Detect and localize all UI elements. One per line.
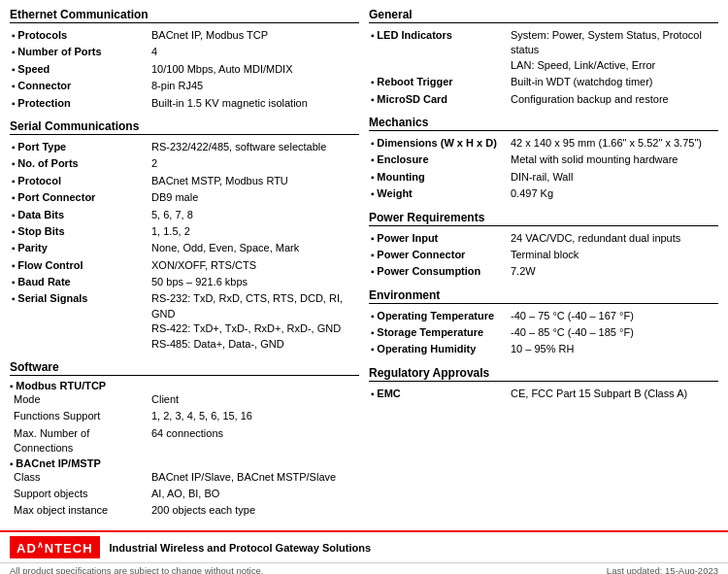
spec-value: Built-in 1.5 KV magnetic isolation (149, 95, 359, 112)
spec-label: Port Type (10, 139, 149, 155)
spec-label: LED Indicators (369, 27, 509, 74)
spec-label: Operating Humidity (369, 341, 509, 357)
spec-value: -40 – 85 °C (-40 – 185 °F) (509, 324, 718, 341)
table-row: No. of Ports2 (10, 155, 359, 172)
spec-value: CE, FCC Part 15 Subpart B (Class A) (509, 386, 718, 402)
table-row: Storage Temperature-40 – 85 °C (-40 – 18… (369, 324, 718, 341)
table-row: ProtocolBACnet MSTP, Modbus RTU (10, 173, 359, 189)
spec-value: Built-in WDT (watchdog timer) (509, 74, 718, 90)
spec-value: 1, 1.5, 2 (149, 223, 359, 240)
sw-spec-value: 200 objects each type (149, 502, 359, 519)
software-section: Modbus RTU/TCPModeClientFunctions Suppor… (10, 380, 359, 520)
table-row: Power ConnectorTerminal block (369, 247, 718, 263)
ethernet-table: ProtocolsBACnet IP, Modbus TCPNumber of … (10, 27, 359, 112)
footer-main: AD∧NTECH Industrial Wireless and Protoco… (0, 532, 728, 562)
spec-label: Dimensions (W x H x D) (369, 135, 509, 152)
table-row: Data Bits5, 6, 7, 8 (10, 207, 359, 223)
spec-value: XON/XOFF, RTS/CTS (149, 257, 359, 274)
table-row: Operating Temperature-40 – 75 °C (-40 – … (369, 308, 718, 324)
spec-value: 4 (149, 44, 359, 60)
table-row: Operating Humidity10 – 95% RH (369, 341, 718, 357)
spec-value: -40 – 75 °C (-40 – 167 °F) (509, 308, 718, 324)
spec-label: Weight (369, 186, 509, 202)
table-row: Serial SignalsRS-232: TxD, RxD, CTS, RTS… (10, 290, 359, 353)
spec-label: Power Consumption (369, 263, 509, 280)
spec-value: BACnet IP, Modbus TCP (149, 27, 359, 44)
sw-spec-value: Client (149, 391, 359, 408)
right-column: General LED IndicatorsSystem: Power, Sys… (369, 8, 718, 520)
software-sub-table: ClassBACnet IP/Slave, BACnet MSTP/SlaveS… (10, 469, 359, 520)
serial-table: Port TypeRS-232/422/485, software select… (10, 139, 359, 353)
spec-value: 0.497 Kg (509, 186, 718, 202)
list-item: Max object instance200 objects each type (10, 502, 359, 519)
table-row: Power Consumption7.2W (369, 263, 718, 280)
sw-spec-label: Mode (10, 391, 149, 408)
ethernet-section-title: Ethernet Communication (10, 8, 359, 23)
spec-value: 8-pin RJ45 (149, 78, 359, 94)
spec-label: Serial Signals (10, 290, 149, 353)
logo-text: AD∧NTECH (17, 541, 93, 556)
regulatory-table: EMCCE, FCC Part 15 Subpart B (Class A) (369, 386, 718, 402)
table-row: ProtectionBuilt-in 1.5 KV magnetic isola… (10, 95, 359, 112)
spec-label: Reboot Trigger (369, 74, 509, 90)
spec-value: 2 (149, 155, 359, 172)
table-row: EnclosureMetal with solid mounting hardw… (369, 152, 718, 168)
spec-label: No. of Ports (10, 155, 149, 172)
general-table: LED IndicatorsSystem: Power, System Stat… (369, 27, 718, 108)
mechanics-table: Dimensions (W x H x D)42 x 140 x 95 mm (… (369, 135, 718, 203)
spec-value: RS-232: TxD, RxD, CTS, RTS, DCD, RI, GND… (149, 290, 359, 353)
environment-section-title: Environment (369, 288, 718, 304)
spec-label: EMC (369, 386, 509, 402)
software-section-title: Software (10, 360, 359, 376)
spec-label: Port Connector (10, 189, 149, 206)
spec-label: Speed (10, 61, 149, 78)
spec-value: 42 x 140 x 95 mm (1.66" x 5.52" x 3.75") (509, 135, 718, 152)
table-row: Port TypeRS-232/422/485, software select… (10, 139, 359, 155)
spec-label: Enclosure (369, 152, 509, 168)
spec-label: MicroSD Card (369, 91, 509, 108)
table-row: ParityNone, Odd, Even, Space, Mark (10, 240, 359, 256)
spec-label: Number of Ports (10, 44, 149, 60)
spec-label: Data Bits (10, 207, 149, 223)
table-row: Power Input24 VAC/VDC, redundant dual in… (369, 230, 718, 247)
table-row: Number of Ports4 (10, 44, 359, 60)
spec-value: DIN-rail, Wall (509, 169, 718, 186)
spec-value: Terminal block (509, 247, 718, 263)
spec-label: Baud Rate (10, 274, 149, 290)
footer-note: All product specifications are subject t… (0, 563, 728, 574)
left-column: Ethernet Communication ProtocolsBACnet I… (10, 8, 359, 520)
list-item: Functions Support1, 2, 3, 4, 5, 6, 15, 1… (10, 408, 359, 424)
table-row: EMCCE, FCC Part 15 Subpart B (Class A) (369, 386, 718, 402)
list-item: Support objectsAI, AO, BI, BO (10, 486, 359, 502)
spec-label: Flow Control (10, 257, 149, 274)
spec-label: Parity (10, 240, 149, 256)
sw-spec-label: Max. Number of Connections (10, 425, 149, 457)
spec-value: 10/100 Mbps, Auto MDI/MDIX (149, 61, 359, 78)
table-row: Baud Rate50 bps – 921.6 kbps (10, 274, 359, 290)
table-row: Port ConnectorDB9 male (10, 189, 359, 206)
spec-label: Mounting (369, 169, 509, 186)
table-row: MicroSD CardConfiguration backup and res… (369, 91, 718, 108)
spec-label: Connector (10, 78, 149, 94)
spec-value: BACnet MSTP, Modbus RTU (149, 173, 359, 189)
sw-spec-label: Functions Support (10, 408, 149, 424)
spec-value: None, Odd, Even, Space, Mark (149, 240, 359, 256)
mechanics-section-title: Mechanics (369, 116, 718, 131)
spec-value: 7.2W (509, 263, 718, 280)
power-table: Power Input24 VAC/VDC, redundant dual in… (369, 230, 718, 281)
table-row: Reboot TriggerBuilt-in WDT (watchdog tim… (369, 74, 718, 90)
regulatory-section-title: Regulatory Approvals (369, 366, 718, 382)
table-row: LED IndicatorsSystem: Power, System Stat… (369, 27, 718, 74)
sw-spec-value: BACnet IP/Slave, BACnet MSTP/Slave (149, 469, 359, 486)
table-row: Speed10/100 Mbps, Auto MDI/MDIX (10, 61, 359, 78)
spec-label: Protocols (10, 27, 149, 44)
general-section-title: General (369, 8, 718, 23)
spec-value: 10 – 95% RH (509, 341, 718, 357)
sw-spec-label: Class (10, 469, 149, 486)
spec-value: RS-232/422/485, software selectable (149, 139, 359, 155)
spec-label: Power Connector (369, 247, 509, 263)
footer-logo: AD∧NTECH (10, 536, 100, 557)
list-item: Max. Number of Connections64 connections (10, 425, 359, 457)
spec-value: 5, 6, 7, 8 (149, 207, 359, 223)
environment-table: Operating Temperature-40 – 75 °C (-40 – … (369, 308, 718, 358)
